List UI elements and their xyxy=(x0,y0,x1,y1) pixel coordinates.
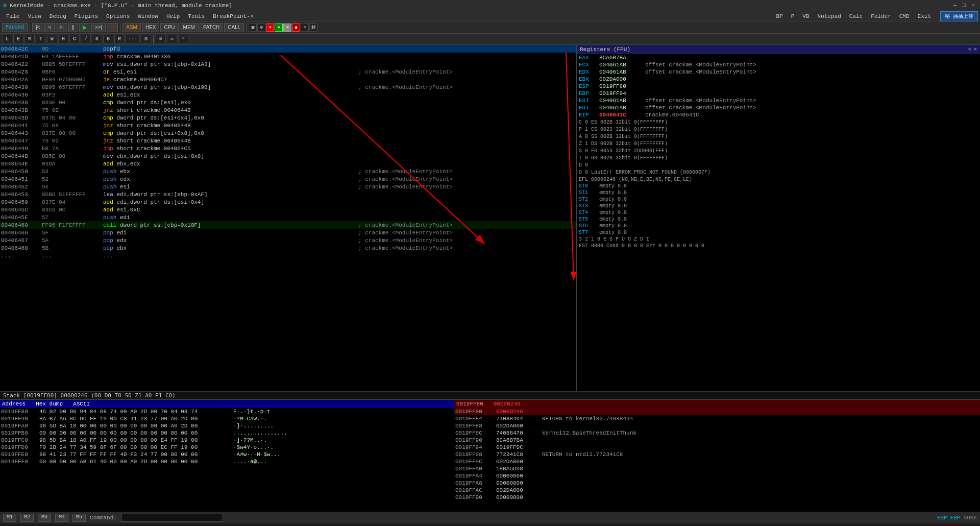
disasm-row[interactable]: 00406443837E 08 00cmp dword ptr ds:[esi+… xyxy=(0,129,576,137)
register-row[interactable]: ECX004061ABoffset crackme.<ModuleEntryPo… xyxy=(577,61,980,68)
disasm-row[interactable]: 0040642A0F84 97000000je crackme.004064C7 xyxy=(0,76,576,83)
stack-row[interactable]: 0019FFA018BA5D98 xyxy=(454,465,980,472)
tb2-R[interactable]: R xyxy=(114,35,125,43)
menu-notepad[interactable]: Notepad xyxy=(814,11,845,21)
disasm-row[interactable]: 0040643D837E 04 00cmp dword ptr ds:[esi+… xyxy=(0,114,576,122)
register-row[interactable]: EDX004061ABoffset crackme.<ModuleEntryPo… xyxy=(577,68,980,76)
tb2-help[interactable]: ? xyxy=(178,35,188,43)
dump-row[interactable]: 0019FF8046 02 00 00 94 84 08 74 00 A0 2D… xyxy=(0,408,454,415)
tb2-E[interactable]: E xyxy=(13,35,23,43)
stack-row[interactable]: 0019FFAC002DA000 xyxy=(454,487,980,494)
disasm-row[interactable]: 0040641DE9 1AFFFFFFjmp crackme.00401336 xyxy=(0,53,576,60)
disasm-row[interactable]: 00406459037E 04add edi,dword ptr ds:[esi… xyxy=(0,198,576,206)
menu-breakpoint[interactable]: BreakPoint-> xyxy=(209,11,257,21)
stack-row[interactable]: 0019FFB000000000 xyxy=(454,494,980,501)
register-row[interactable]: ESI004061ABoffset crackme.<ModuleEntryPo… xyxy=(577,97,980,104)
tb2-L[interactable]: L xyxy=(2,35,12,43)
register-row[interactable]: EBX002DA000 xyxy=(577,76,980,83)
tb2-dots[interactable]: ··· xyxy=(126,35,140,43)
tb2-W[interactable]: W xyxy=(47,35,57,43)
disasm-row[interactable]: 004064675Apop edx ; crackme.<ModuleEntry… xyxy=(0,236,576,244)
menu-options[interactable]: Options xyxy=(102,11,134,21)
tb2-S[interactable]: S xyxy=(141,35,151,43)
stack-row[interactable]: 0019FF940019FFDC xyxy=(454,444,980,451)
dump-row[interactable]: 0019FFE098 41 23 77 FF FF FF FF 4D F3 24… xyxy=(0,451,454,458)
m5-btn[interactable]: M5 xyxy=(72,514,86,522)
menu-vb[interactable]: VB xyxy=(798,11,813,21)
icon-btn-5[interactable]: ● xyxy=(283,23,291,32)
minimize-btn[interactable]: — xyxy=(951,2,959,9)
disasm-row[interactable]: 00406438833E 00cmp dword ptr ds:[esi],0x… xyxy=(0,99,576,106)
stack-row[interactable]: 0019FFA800000000 xyxy=(454,480,980,487)
m4-btn[interactable]: M4 xyxy=(55,514,68,522)
disasm-row[interactable]: 004064685Bpop ebx ; crackme.<ModuleEntry… xyxy=(0,244,576,252)
menu-plugins[interactable]: Plugins xyxy=(70,11,102,21)
menu-cmd[interactable]: CMD xyxy=(895,11,914,21)
register-row[interactable]: EDI004061ABoffset crackme.<ModuleEntryPo… xyxy=(577,104,980,111)
dump-row[interactable]: 0019FFF000 00 00 00 AB 61 40 00 00 A0 2D… xyxy=(0,458,454,465)
menu-exit[interactable]: Exit xyxy=(914,11,935,21)
dump-row[interactable]: 0019FFC098 5D BA 18 A0 FF 19 00 00 00 00… xyxy=(0,437,454,444)
stack-row[interactable]: 0019FF908CA6B7BA xyxy=(454,437,980,444)
disasm-row[interactable]: ......... xyxy=(0,252,576,259)
menu-help[interactable]: Help xyxy=(162,11,184,21)
tb2-H[interactable]: H xyxy=(58,35,68,43)
menu-bp[interactable]: BP xyxy=(772,11,787,21)
disasm-row[interactable]: 0040645256push esi ; crackme.<ModuleEntr… xyxy=(0,183,576,190)
m1-btn[interactable]: M1 xyxy=(3,514,16,522)
patch-btn[interactable]: PATCH xyxy=(200,23,223,32)
disasm-row[interactable]: 0040643B75 0Ejnz short crackme.0040644B xyxy=(0,106,576,114)
maximize-btn[interactable]: □ xyxy=(961,2,968,9)
paused-btn[interactable]: Paused xyxy=(2,23,28,32)
mem-btn[interactable]: MEM xyxy=(180,23,199,32)
menu-tools[interactable]: Tools xyxy=(184,11,209,21)
register-row[interactable]: EAX8CA6B7BA xyxy=(577,54,980,61)
reg-expand-btn[interactable]: × xyxy=(973,46,977,53)
dump-row[interactable]: 0019FFD0F0 2B 24 77 34 59 8F 6F 00 00 00… xyxy=(0,444,454,451)
disasm-row[interactable]: 00406449EB 7Ajmp short crackme.004064C5 xyxy=(0,145,576,152)
run-btn[interactable]: ▶ xyxy=(79,23,90,32)
icon-btn-1[interactable]: ▦ xyxy=(249,23,257,32)
icon-btn-8[interactable]: 解 xyxy=(309,23,317,32)
disasm-row[interactable]: 0040645152push edx ; crackme.<ModuleEntr… xyxy=(0,175,576,183)
stack-row[interactable]: 0019FF98772341C8RETURN to ntdll.772341C8 xyxy=(454,451,980,458)
forward-btn[interactable]: >| xyxy=(56,23,67,32)
menu-calc[interactable]: Calc xyxy=(845,11,867,21)
m2-btn[interactable]: M2 xyxy=(20,514,34,522)
hex-btn[interactable]: HEX xyxy=(142,23,160,32)
reg-collapse-btn[interactable]: < xyxy=(968,46,972,53)
cpu-btn[interactable]: CPU xyxy=(160,23,178,32)
stack-row[interactable]: 0019FF9C002DA000 xyxy=(454,458,980,465)
register-row[interactable]: EBP0019FF94 xyxy=(577,90,980,97)
tb2-C[interactable]: C xyxy=(69,35,80,43)
disasm-row[interactable]: 0040644775 02jnz short crackme.0040644B xyxy=(0,137,576,145)
tb2-K[interactable]: K xyxy=(92,35,102,43)
disasm-row[interactable]: 0040644B8B5E 08mov ebx,dword ptr ds:[esi… xyxy=(0,152,576,160)
disasm-panel[interactable]: 0040641C9D popfd0040641DE9 1AFFFFFFjmp c… xyxy=(0,45,577,391)
dump-row[interactable]: 0019FFB000 00 00 00 00 00 00 00 00 00 00… xyxy=(0,429,454,437)
disasm-row[interactable]: 004064538DBD 51FFFFFFlea edi,dword ptr s… xyxy=(0,190,576,198)
tb2-grid[interactable]: ≡ xyxy=(156,35,166,43)
stack-row[interactable]: 0019FF8000000246 xyxy=(454,408,980,415)
disasm-row[interactable]: 0040644E03DAadd ebx,edx xyxy=(0,160,576,168)
stack-row[interactable]: 0019FF88002DA000 xyxy=(454,422,980,429)
icon-btn-4[interactable]: ● xyxy=(275,23,283,32)
disasm-row[interactable]: 0040643603F2add esi,edx xyxy=(0,91,576,99)
stack-row[interactable]: 0019FF8474088494RETURN to kernel32.74088… xyxy=(454,415,980,422)
tb2-kbd[interactable]: ⌨ xyxy=(167,35,177,43)
tb2-M[interactable]: M xyxy=(24,35,35,43)
disasm-row[interactable]: 004064228BB5 5DFEFFFFmov esi,dword ptr s… xyxy=(0,60,576,68)
menu-view[interactable]: View xyxy=(23,11,45,21)
menu-window[interactable]: Window xyxy=(134,11,162,21)
disasm-row[interactable]: 00406460FF95 F1FEFFFFcall dword ptr ss:[… xyxy=(0,221,576,229)
tb2-B[interactable]: B xyxy=(103,35,113,43)
icon-btn-6[interactable]: ■ xyxy=(292,23,300,32)
menu-file[interactable]: File xyxy=(2,11,23,21)
stop-btn[interactable]: ✕ xyxy=(107,23,118,32)
close-btn[interactable]: × xyxy=(970,2,977,9)
dump-row[interactable]: 0019FF90BA B7 A6 8C DC FF 19 00 C8 41 23… xyxy=(0,415,454,422)
asm-btn[interactable]: ASM xyxy=(122,23,141,32)
stack-row[interactable]: 0019FF8C74088470kernel32.BaseThreadInitT… xyxy=(454,429,980,437)
disasm-row[interactable]: 0040645C83C6 0Cadd esi,0xC xyxy=(0,206,576,213)
menu-folder[interactable]: Folder xyxy=(867,11,895,21)
